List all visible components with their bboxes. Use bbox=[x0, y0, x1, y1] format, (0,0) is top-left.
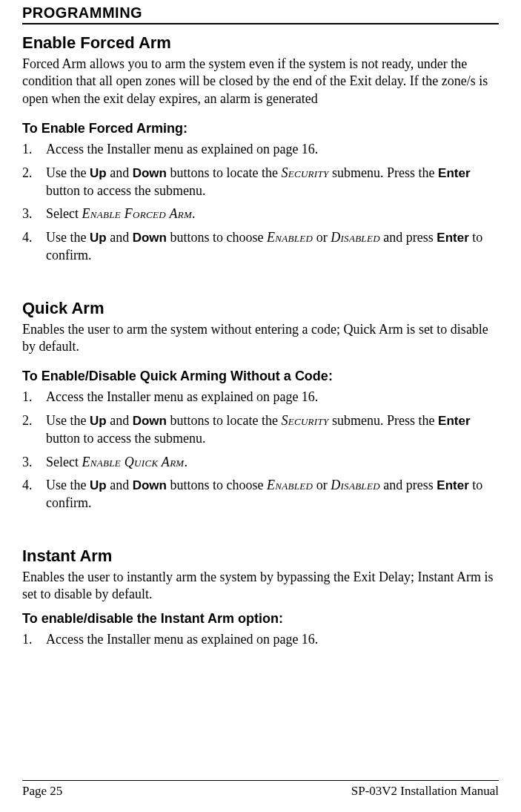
step-text: Access the Installer menu as explained o… bbox=[46, 389, 318, 404]
step: 4.Use the Up and Down buttons to choose … bbox=[22, 477, 499, 512]
step-num: 1. bbox=[22, 141, 46, 159]
footer-manual-title: SP-03V2 Installation Manual bbox=[351, 784, 499, 799]
step-num: 2. bbox=[22, 412, 46, 430]
footer-page-number: Page 25 bbox=[22, 784, 62, 799]
step-text: Access the Installer menu as explained o… bbox=[46, 632, 318, 647]
section-title-forced-arm: Enable Forced Arm bbox=[22, 33, 499, 53]
step: 1.Access the Installer menu as explained… bbox=[22, 141, 499, 159]
step-text: Use the Up and Down buttons to locate th… bbox=[46, 413, 471, 446]
step: 2.Use the Up and Down buttons to locate … bbox=[22, 165, 499, 200]
step-num: 4. bbox=[22, 477, 46, 495]
step-text: Use the Up and Down buttons to choose En… bbox=[46, 230, 482, 263]
step-text: Select Enable Quick Arm. bbox=[46, 455, 188, 469]
forced-arm-steps: 1.Access the Installer menu as explained… bbox=[22, 141, 499, 265]
instant-arm-subheading: To enable/disable the Instant Arm option… bbox=[22, 611, 499, 627]
step: 3.Select Enable Forced Arm. bbox=[22, 205, 499, 223]
step-text: Use the Up and Down buttons to locate th… bbox=[46, 165, 471, 198]
step-num: 3. bbox=[22, 205, 46, 223]
step-num: 2. bbox=[22, 165, 46, 182]
instant-arm-description: Enables the user to instantly arm the sy… bbox=[22, 569, 499, 604]
step-text: Select Enable Forced Arm. bbox=[46, 206, 196, 221]
section-title-quick-arm: Quick Arm bbox=[22, 299, 499, 318]
step: 3.Select Enable Quick Arm. bbox=[22, 454, 499, 472]
step-num: 1. bbox=[22, 389, 46, 406]
step-num: 3. bbox=[22, 454, 46, 472]
forced-arm-description: Forced Arm allows you to arm the system … bbox=[22, 56, 499, 108]
quick-arm-steps: 1.Access the Installer menu as explained… bbox=[22, 389, 499, 512]
step-text: Access the Installer menu as explained o… bbox=[46, 142, 318, 156]
step: 1.Access the Installer menu as explained… bbox=[22, 631, 499, 649]
quick-arm-description: Enables the user to arm the system witho… bbox=[22, 321, 499, 356]
step: 4.Use the Up and Down buttons to choose … bbox=[22, 229, 499, 265]
page-footer: Page 25 SP-03V2 Installation Manual bbox=[22, 780, 499, 799]
step-text: Use the Up and Down buttons to choose En… bbox=[46, 478, 482, 510]
section-title-instant-arm: Instant Arm bbox=[22, 547, 499, 566]
page-header: PROGRAMMING bbox=[22, 0, 499, 24]
step-num: 1. bbox=[22, 631, 46, 649]
instant-arm-steps: 1.Access the Installer menu as explained… bbox=[22, 631, 499, 649]
step: 2.Use the Up and Down buttons to locate … bbox=[22, 412, 499, 448]
quick-arm-subheading: To Enable/Disable Quick Arming Without a… bbox=[22, 369, 499, 384]
forced-arm-subheading: To Enable Forced Arming: bbox=[22, 121, 499, 136]
step: 1.Access the Installer menu as explained… bbox=[22, 389, 499, 406]
step-num: 4. bbox=[22, 229, 46, 247]
